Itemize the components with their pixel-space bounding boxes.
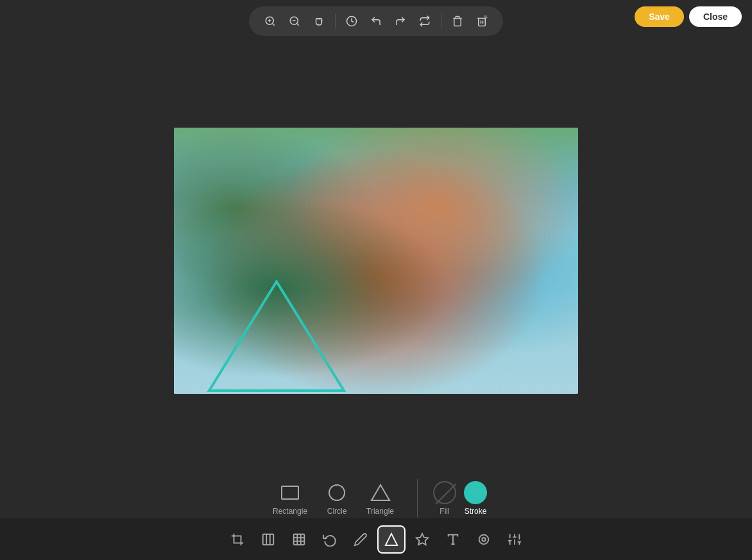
bottom-toolbar <box>0 518 752 560</box>
svg-marker-14 <box>372 485 389 500</box>
trim-tool-button[interactable] <box>254 525 282 554</box>
svg-rect-16 <box>234 536 241 543</box>
canvas-area <box>0 38 752 483</box>
shape-triangle[interactable]: Triangle <box>359 477 402 520</box>
shape-rectangle[interactable]: Rectangle <box>265 477 315 520</box>
adjustments-tool-button[interactable] <box>500 525 529 554</box>
svg-point-30 <box>482 538 486 541</box>
rectangle-label: Rectangle <box>273 507 307 516</box>
close-button[interactable]: Close <box>689 6 742 27</box>
svg-marker-26 <box>416 533 428 544</box>
redo-button[interactable] <box>389 10 411 32</box>
shape-fill-divider <box>417 479 418 518</box>
delete-all-button[interactable]: ALL <box>471 10 493 32</box>
circle-icon <box>325 481 348 504</box>
history-button[interactable] <box>341 10 363 32</box>
stroke-swatch <box>464 481 487 504</box>
undo-button[interactable] <box>365 10 387 32</box>
stroke-label: Stroke <box>465 507 487 516</box>
svg-line-5 <box>296 23 298 25</box>
zoom-out-button[interactable] <box>284 10 305 32</box>
save-button[interactable]: Save <box>635 6 684 27</box>
svg-line-15 <box>436 484 456 504</box>
top-right-actions: Save Close <box>635 6 742 27</box>
fill-label: Fill <box>440 507 449 516</box>
focus-tool-button[interactable] <box>470 525 498 554</box>
text-tool-button[interactable] <box>439 525 467 554</box>
svg-marker-25 <box>386 533 397 545</box>
svg-rect-12 <box>282 486 298 499</box>
triangle-label: Triangle <box>366 507 394 516</box>
shape-panel: Rectangle Circle Triangle <box>255 472 497 525</box>
svg-line-1 <box>272 23 274 25</box>
draw-tool-button[interactable] <box>346 525 375 554</box>
resize-tool-button[interactable] <box>285 525 313 554</box>
rectangle-icon <box>278 481 302 504</box>
toolbar-divider-2 <box>441 13 441 29</box>
delete-frame-button[interactable] <box>447 10 468 32</box>
svg-rect-20 <box>294 534 305 545</box>
svg-point-29 <box>479 534 489 544</box>
circle-label: Circle <box>327 507 347 516</box>
shapes-tool-button[interactable] <box>377 525 406 554</box>
main-image <box>174 128 578 394</box>
triangle-icon <box>369 481 392 504</box>
fill-swatch-item[interactable]: Fill <box>433 481 456 516</box>
crop-tool-button[interactable] <box>223 525 252 554</box>
shape-circle[interactable]: Circle <box>318 477 356 520</box>
shape-tools: Rectangle Circle Triangle <box>255 472 412 525</box>
top-toolbar: ALL <box>249 6 503 36</box>
svg-marker-11 <box>209 282 344 391</box>
zoom-in-button[interactable] <box>259 10 281 32</box>
repeat-button[interactable] <box>414 10 436 32</box>
svg-text:ALL: ALL <box>484 15 488 19</box>
toolbar-divider-1 <box>335 13 336 29</box>
pan-button[interactable] <box>308 10 330 32</box>
star-tool-button[interactable] <box>408 525 436 554</box>
svg-rect-17 <box>263 534 274 545</box>
stroke-swatch-item[interactable]: Stroke <box>464 481 487 516</box>
fill-swatch <box>433 481 456 504</box>
triangle-shape[interactable] <box>206 278 347 394</box>
svg-point-13 <box>329 485 345 500</box>
image-container[interactable] <box>174 128 578 394</box>
fill-stroke-area: Fill Stroke <box>423 481 497 516</box>
rotate-tool-button[interactable] <box>316 525 344 554</box>
